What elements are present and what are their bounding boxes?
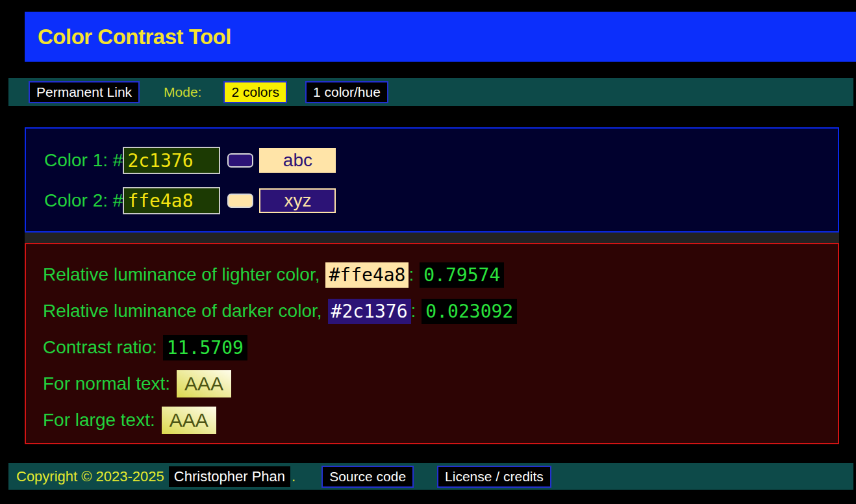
contrast-ratio-line: Contrast ratio: 11.5709	[43, 334, 838, 361]
app-header: Color Contrast Tool	[25, 12, 856, 62]
results-panel: Relative luminance of lighter color, #ff…	[25, 243, 839, 444]
contrast-ratio-label: Contrast ratio:	[43, 337, 157, 358]
color1-label: Color 1: #	[44, 150, 123, 171]
large-text-line: For large text: AAA	[43, 407, 838, 434]
color2-hex-input[interactable]	[123, 187, 220, 214]
darker-luminance-label: Relative luminance of darker color,	[43, 301, 322, 321]
page-title: Color Contrast Tool	[38, 25, 231, 49]
license-credits-link[interactable]: License / credits	[437, 466, 551, 488]
color2-swatch-picker[interactable]	[227, 194, 253, 208]
copyright-text: Copyright © 2023-2025	[16, 468, 164, 485]
mode-label: Mode:	[164, 84, 201, 100]
mode-2-colors-button[interactable]: 2 colors	[223, 81, 287, 103]
footer-bar: Copyright © 2023-2025 Christopher Phan .…	[8, 463, 853, 490]
lighter-luminance-line: Relative luminance of lighter color, #ff…	[43, 261, 838, 288]
color2-label: Color 2: #	[44, 190, 123, 211]
darker-separator: :	[411, 301, 416, 321]
lighter-separator: :	[409, 264, 414, 285]
source-code-link[interactable]: Source code	[321, 466, 414, 488]
normal-text-rating-badge: AAA	[177, 370, 231, 397]
copyright-period: .	[292, 468, 296, 485]
nav-bar: Permanent Link Mode: 2 colors 1 color/hu…	[8, 78, 853, 106]
lighter-luminance-value: 0.79574	[420, 262, 504, 288]
normal-text-label: For normal text:	[43, 373, 170, 394]
darker-hex-badge: #2c1376	[328, 299, 411, 324]
color1-hex-input[interactable]	[123, 147, 220, 174]
color2-sample-preview: xyz	[259, 188, 336, 213]
lighter-hex-badge: #ffe4a8	[325, 262, 409, 288]
main-content: Color 1: # abc Color 2: # xyz Relative l…	[25, 127, 839, 444]
darker-luminance-line: Relative luminance of darker color, #2c1…	[43, 297, 838, 325]
normal-text-line: For normal text: AAA	[43, 370, 838, 397]
color1-swatch-picker[interactable]	[227, 153, 253, 168]
color2-row: Color 2: # xyz	[44, 187, 838, 214]
color-form-panel: Color 1: # abc Color 2: # xyz	[25, 127, 839, 233]
color1-sample-preview: abc	[259, 148, 336, 173]
author-link[interactable]: Christopher Phan	[169, 466, 290, 487]
large-text-rating-badge: AAA	[162, 407, 216, 434]
mode-1-color-hue-button[interactable]: 1 color/hue	[305, 81, 388, 103]
darker-luminance-value: 0.023092	[422, 299, 517, 324]
permanent-link-button[interactable]: Permanent Link	[29, 81, 140, 103]
large-text-label: For large text:	[43, 410, 155, 431]
contrast-ratio-value: 11.5709	[163, 335, 247, 360]
lighter-luminance-label: Relative luminance of lighter color,	[43, 264, 320, 285]
color1-row: Color 1: # abc	[44, 147, 838, 174]
